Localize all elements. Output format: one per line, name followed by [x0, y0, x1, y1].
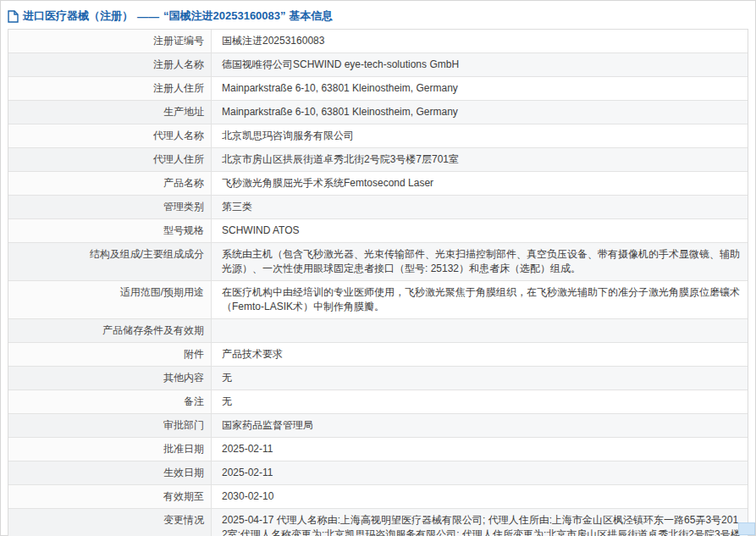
row-label: 产品储存条件及有效期 [8, 319, 212, 342]
row-label: 注册人名称 [8, 53, 212, 76]
table-row: 适用范围/预期用途在医疗机构中由经培训的专业医师使用，飞秒激光聚焦于角膜组织，在… [8, 281, 748, 319]
info-table: 注册证编号国械注进20253160083注册人名称德国视唯得公司SCHWIND … [8, 29, 748, 536]
row-label: 注册证编号 [8, 30, 212, 52]
table-row: 型号规格SCHWIND ATOS [8, 219, 748, 243]
row-value: 国家药品监督管理局 [212, 414, 748, 437]
page-title-dash: —— [137, 10, 159, 23]
row-label: 有效期至 [8, 485, 212, 508]
row-label: 生效日期 [8, 461, 212, 484]
row-value: 2025-02-11 [212, 461, 748, 484]
table-row: 备注无 [8, 390, 748, 414]
page-title-prefix: 进口医疗器械（注册） [23, 8, 133, 24]
row-value: SCHWIND ATOS [212, 219, 748, 242]
row-label: 变更情况 [8, 509, 212, 536]
table-row: 产品名称飞秒激光角膜屈光手术系统Femtosecond Laser [8, 172, 748, 196]
table-row: 审批部门国家药品监督管理局 [8, 414, 748, 438]
table-row: 代理人名称北京凯思玛咨询服务有限公司 [8, 124, 748, 148]
table-row: 生效日期2025-02-11 [8, 461, 748, 485]
row-label: 附件 [8, 343, 212, 366]
page-title-main: “国械注进20253160083” 基本信息 [163, 8, 333, 24]
table-row: 有效期至2030-02-10 [8, 485, 748, 509]
row-label: 管理类别 [8, 196, 212, 218]
row-value: 无 [212, 367, 748, 390]
row-label: 注册人住所 [8, 77, 212, 100]
row-value: 国械注进20253160083 [212, 30, 748, 52]
row-value: Mainparkstraße 6-10, 63801 Kleinostheim,… [212, 77, 748, 100]
table-row: 生产地址Mainparkstraße 6-10, 63801 Kleinosth… [8, 101, 748, 124]
table-row: 注册人名称德国视唯得公司SCHWIND eye-tech-solutions G… [8, 53, 748, 77]
row-value: 北京市房山区拱辰街道卓秀北街2号院3号楼7层701室 [212, 148, 748, 171]
row-label: 型号规格 [8, 219, 212, 242]
row-value: 2025-04-17 代理人名称由:上海高视明望医疗器械有限公司; 代理人住所由… [212, 509, 748, 536]
table-row: 产品储存条件及有效期 [8, 319, 748, 343]
row-value: 飞秒激光角膜屈光手术系统Femtosecond Laser [212, 172, 748, 195]
row-label: 产品名称 [8, 172, 212, 195]
row-label: 备注 [8, 390, 212, 413]
table-row: 管理类别第三类 [8, 196, 748, 219]
row-value: 第三类 [212, 196, 748, 218]
row-value: 产品技术要求 [212, 343, 748, 366]
row-value: 系统由主机（包含飞秒激光器、光束传输部件、光束扫描控制部件、真空负压设备、带有摄… [212, 243, 748, 280]
row-label: 适用范围/预期用途 [8, 281, 212, 318]
row-label: 生产地址 [8, 101, 212, 124]
row-label: 代理人名称 [8, 124, 212, 147]
document-icon [8, 10, 19, 23]
floating-widget[interactable] [738, 522, 755, 535]
row-label: 代理人住所 [8, 148, 212, 171]
table-row: 批准日期2025-02-11 [8, 438, 748, 461]
row-value: Mainparkstraße 6-10, 63801 Kleinostheim,… [212, 101, 748, 124]
table-row: 变更情况2025-04-17 代理人名称由:上海高视明望医疗器械有限公司; 代理… [8, 509, 748, 536]
row-value: 北京凯思玛咨询服务有限公司 [212, 124, 748, 147]
row-label: 批准日期 [8, 438, 212, 461]
page-title: 进口医疗器械（注册） —— “国械注进20253160083” 基本信息 [1, 1, 755, 29]
row-value: 无 [212, 390, 748, 413]
registration-info-page: 进口医疗器械（注册） —— “国械注进20253160083” 基本信息 注册证… [0, 0, 756, 536]
table-row: 注册人住所Mainparkstraße 6-10, 63801 Kleinost… [8, 77, 748, 101]
row-value: 德国视唯得公司SCHWIND eye-tech-solutions GmbH [212, 53, 748, 76]
table-row: 其他内容无 [8, 367, 748, 390]
row-value [212, 319, 748, 342]
table-row: 注册证编号国械注进20253160083 [8, 30, 748, 53]
table-row: 代理人住所北京市房山区拱辰街道卓秀北街2号院3号楼7层701室 [8, 148, 748, 172]
row-label: 结构及组成/主要组成成分 [8, 243, 212, 280]
row-label: 审批部门 [8, 414, 212, 437]
row-value: 在医疗机构中由经培训的专业医师使用，飞秒激光聚焦于角膜组织，在飞秒激光辅助下的准… [212, 281, 748, 318]
table-row: 附件产品技术要求 [8, 343, 748, 367]
table-row: 结构及组成/主要组成成分系统由主机（包含飞秒激光器、光束传输部件、光束扫描控制部… [8, 243, 748, 281]
row-label: 其他内容 [8, 367, 212, 390]
row-value: 2030-02-10 [212, 485, 748, 508]
row-value: 2025-02-11 [212, 438, 748, 461]
